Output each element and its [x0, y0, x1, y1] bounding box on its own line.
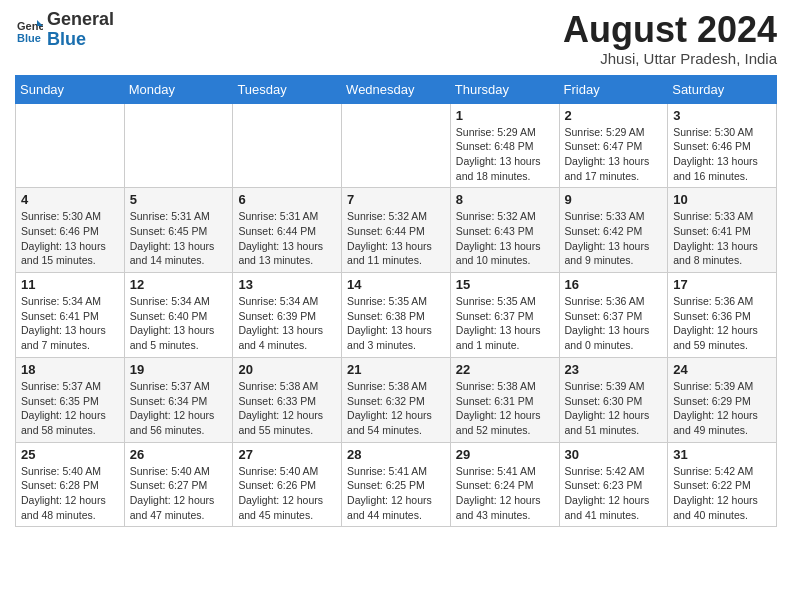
day-number: 18 [21, 362, 119, 377]
day-number: 31 [673, 447, 771, 462]
calendar-cell: 31Sunrise: 5:42 AM Sunset: 6:22 PM Dayli… [668, 442, 777, 527]
day-number: 12 [130, 277, 228, 292]
calendar-cell [16, 103, 125, 188]
weekday-header-row: SundayMondayTuesdayWednesdayThursdayFrid… [16, 75, 777, 103]
calendar-cell: 18Sunrise: 5:37 AM Sunset: 6:35 PM Dayli… [16, 357, 125, 442]
day-info: Sunrise: 5:33 AM Sunset: 6:41 PM Dayligh… [673, 209, 771, 268]
location: Jhusi, Uttar Pradesh, India [563, 50, 777, 67]
day-number: 4 [21, 192, 119, 207]
day-info: Sunrise: 5:40 AM Sunset: 6:27 PM Dayligh… [130, 464, 228, 523]
calendar-cell: 6Sunrise: 5:31 AM Sunset: 6:44 PM Daylig… [233, 188, 342, 273]
day-number: 9 [565, 192, 663, 207]
calendar-cell: 17Sunrise: 5:36 AM Sunset: 6:36 PM Dayli… [668, 273, 777, 358]
day-info: Sunrise: 5:32 AM Sunset: 6:43 PM Dayligh… [456, 209, 554, 268]
day-info: Sunrise: 5:38 AM Sunset: 6:33 PM Dayligh… [238, 379, 336, 438]
day-number: 28 [347, 447, 445, 462]
day-number: 22 [456, 362, 554, 377]
calendar-cell: 26Sunrise: 5:40 AM Sunset: 6:27 PM Dayli… [124, 442, 233, 527]
weekday-header: Friday [559, 75, 668, 103]
day-info: Sunrise: 5:40 AM Sunset: 6:28 PM Dayligh… [21, 464, 119, 523]
calendar-table: SundayMondayTuesdayWednesdayThursdayFrid… [15, 75, 777, 528]
title-block: August 2024 Jhusi, Uttar Pradesh, India [563, 10, 777, 67]
logo-general-text: General [47, 9, 114, 29]
day-info: Sunrise: 5:32 AM Sunset: 6:44 PM Dayligh… [347, 209, 445, 268]
calendar-cell: 13Sunrise: 5:34 AM Sunset: 6:39 PM Dayli… [233, 273, 342, 358]
calendar-cell: 27Sunrise: 5:40 AM Sunset: 6:26 PM Dayli… [233, 442, 342, 527]
calendar-week-row: 18Sunrise: 5:37 AM Sunset: 6:35 PM Dayli… [16, 357, 777, 442]
day-info: Sunrise: 5:39 AM Sunset: 6:29 PM Dayligh… [673, 379, 771, 438]
day-number: 24 [673, 362, 771, 377]
day-info: Sunrise: 5:39 AM Sunset: 6:30 PM Dayligh… [565, 379, 663, 438]
calendar-cell: 21Sunrise: 5:38 AM Sunset: 6:32 PM Dayli… [342, 357, 451, 442]
calendar-cell: 14Sunrise: 5:35 AM Sunset: 6:38 PM Dayli… [342, 273, 451, 358]
day-info: Sunrise: 5:33 AM Sunset: 6:42 PM Dayligh… [565, 209, 663, 268]
calendar-cell: 19Sunrise: 5:37 AM Sunset: 6:34 PM Dayli… [124, 357, 233, 442]
day-info: Sunrise: 5:35 AM Sunset: 6:38 PM Dayligh… [347, 294, 445, 353]
day-number: 29 [456, 447, 554, 462]
day-number: 1 [456, 108, 554, 123]
month-year: August 2024 [563, 10, 777, 50]
day-info: Sunrise: 5:36 AM Sunset: 6:36 PM Dayligh… [673, 294, 771, 353]
day-number: 27 [238, 447, 336, 462]
day-info: Sunrise: 5:34 AM Sunset: 6:39 PM Dayligh… [238, 294, 336, 353]
calendar-cell: 9Sunrise: 5:33 AM Sunset: 6:42 PM Daylig… [559, 188, 668, 273]
calendar-cell [342, 103, 451, 188]
day-number: 2 [565, 108, 663, 123]
calendar-week-row: 11Sunrise: 5:34 AM Sunset: 6:41 PM Dayli… [16, 273, 777, 358]
day-number: 20 [238, 362, 336, 377]
day-number: 17 [673, 277, 771, 292]
day-number: 14 [347, 277, 445, 292]
day-info: Sunrise: 5:30 AM Sunset: 6:46 PM Dayligh… [673, 125, 771, 184]
day-info: Sunrise: 5:29 AM Sunset: 6:47 PM Dayligh… [565, 125, 663, 184]
day-number: 15 [456, 277, 554, 292]
day-info: Sunrise: 5:30 AM Sunset: 6:46 PM Dayligh… [21, 209, 119, 268]
calendar-week-row: 4Sunrise: 5:30 AM Sunset: 6:46 PM Daylig… [16, 188, 777, 273]
day-number: 8 [456, 192, 554, 207]
calendar-cell: 11Sunrise: 5:34 AM Sunset: 6:41 PM Dayli… [16, 273, 125, 358]
day-number: 19 [130, 362, 228, 377]
calendar-cell: 12Sunrise: 5:34 AM Sunset: 6:40 PM Dayli… [124, 273, 233, 358]
header: General Blue General Blue August 2024 Jh… [15, 10, 777, 67]
day-number: 30 [565, 447, 663, 462]
day-number: 25 [21, 447, 119, 462]
calendar-week-row: 1Sunrise: 5:29 AM Sunset: 6:48 PM Daylig… [16, 103, 777, 188]
calendar-week-row: 25Sunrise: 5:40 AM Sunset: 6:28 PM Dayli… [16, 442, 777, 527]
weekday-header: Saturday [668, 75, 777, 103]
day-info: Sunrise: 5:38 AM Sunset: 6:31 PM Dayligh… [456, 379, 554, 438]
day-info: Sunrise: 5:40 AM Sunset: 6:26 PM Dayligh… [238, 464, 336, 523]
calendar-cell: 16Sunrise: 5:36 AM Sunset: 6:37 PM Dayli… [559, 273, 668, 358]
calendar-cell: 10Sunrise: 5:33 AM Sunset: 6:41 PM Dayli… [668, 188, 777, 273]
day-info: Sunrise: 5:29 AM Sunset: 6:48 PM Dayligh… [456, 125, 554, 184]
calendar-cell: 8Sunrise: 5:32 AM Sunset: 6:43 PM Daylig… [450, 188, 559, 273]
calendar-cell: 30Sunrise: 5:42 AM Sunset: 6:23 PM Dayli… [559, 442, 668, 527]
logo-blue-text: Blue [47, 29, 86, 49]
day-info: Sunrise: 5:34 AM Sunset: 6:40 PM Dayligh… [130, 294, 228, 353]
logo: General Blue General Blue [15, 10, 114, 50]
calendar-cell: 25Sunrise: 5:40 AM Sunset: 6:28 PM Dayli… [16, 442, 125, 527]
calendar-cell: 20Sunrise: 5:38 AM Sunset: 6:33 PM Dayli… [233, 357, 342, 442]
weekday-header: Sunday [16, 75, 125, 103]
calendar-cell: 24Sunrise: 5:39 AM Sunset: 6:29 PM Dayli… [668, 357, 777, 442]
day-number: 23 [565, 362, 663, 377]
weekday-header: Wednesday [342, 75, 451, 103]
calendar-cell: 23Sunrise: 5:39 AM Sunset: 6:30 PM Dayli… [559, 357, 668, 442]
day-number: 21 [347, 362, 445, 377]
weekday-header: Monday [124, 75, 233, 103]
calendar-cell: 7Sunrise: 5:32 AM Sunset: 6:44 PM Daylig… [342, 188, 451, 273]
calendar-cell: 15Sunrise: 5:35 AM Sunset: 6:37 PM Dayli… [450, 273, 559, 358]
day-number: 11 [21, 277, 119, 292]
day-number: 6 [238, 192, 336, 207]
day-info: Sunrise: 5:34 AM Sunset: 6:41 PM Dayligh… [21, 294, 119, 353]
day-info: Sunrise: 5:42 AM Sunset: 6:22 PM Dayligh… [673, 464, 771, 523]
day-info: Sunrise: 5:38 AM Sunset: 6:32 PM Dayligh… [347, 379, 445, 438]
day-number: 10 [673, 192, 771, 207]
calendar-cell: 2Sunrise: 5:29 AM Sunset: 6:47 PM Daylig… [559, 103, 668, 188]
calendar-cell: 5Sunrise: 5:31 AM Sunset: 6:45 PM Daylig… [124, 188, 233, 273]
day-info: Sunrise: 5:37 AM Sunset: 6:34 PM Dayligh… [130, 379, 228, 438]
svg-text:Blue: Blue [17, 32, 41, 44]
calendar-cell [124, 103, 233, 188]
calendar-cell: 3Sunrise: 5:30 AM Sunset: 6:46 PM Daylig… [668, 103, 777, 188]
calendar-cell: 22Sunrise: 5:38 AM Sunset: 6:31 PM Dayli… [450, 357, 559, 442]
calendar-cell [233, 103, 342, 188]
day-info: Sunrise: 5:31 AM Sunset: 6:44 PM Dayligh… [238, 209, 336, 268]
